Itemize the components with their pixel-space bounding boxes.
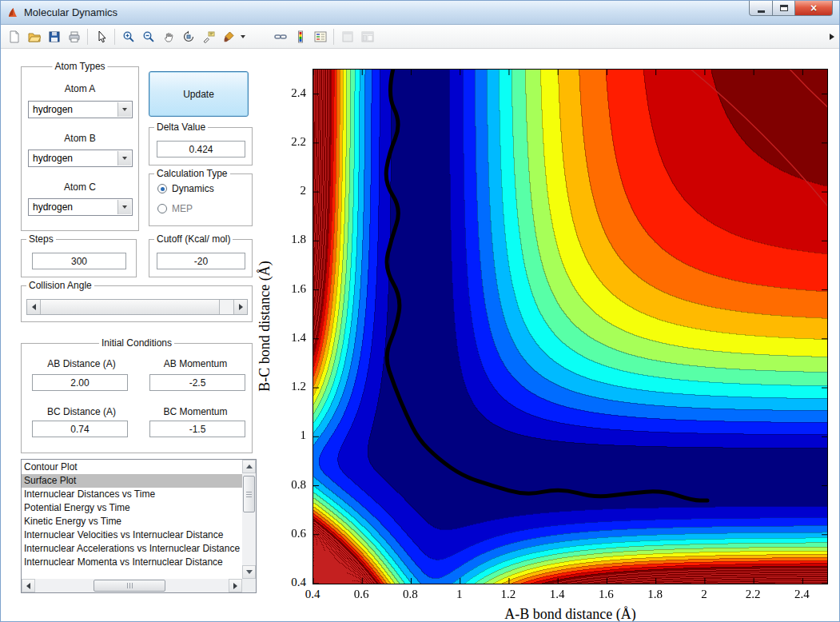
trajectory-path xyxy=(386,70,707,500)
data-cursor-icon xyxy=(202,30,215,43)
y-axis-label: B-C bond distance (Å) xyxy=(257,261,273,391)
new-figure-button[interactable] xyxy=(4,27,24,46)
zoom-out-button[interactable] xyxy=(138,27,158,46)
toolbar-overflow-icon[interactable] xyxy=(830,34,834,40)
plot-overlay xyxy=(313,70,827,584)
y-tick-label: 1.4 xyxy=(273,331,306,345)
close-button[interactable]: × xyxy=(795,1,833,16)
contour-line xyxy=(786,70,827,111)
x-tick-label: 1.8 xyxy=(638,588,673,601)
x-tick-label: 1.2 xyxy=(491,588,526,601)
x-axis-label: A-B bond distance (Å) xyxy=(313,606,828,622)
chevron-down-icon xyxy=(241,35,245,38)
chain-link-icon xyxy=(274,30,287,43)
y-tick-label: 1 xyxy=(273,429,306,442)
y-tick-label: 2.4 xyxy=(273,86,306,100)
save-floppy-icon xyxy=(48,30,61,43)
printer-icon xyxy=(68,30,81,43)
toolbar-separator xyxy=(333,29,334,45)
x-tick-label: 2 xyxy=(687,588,722,601)
figure-canvas-area: Atom Types Atom A hydrogen Atom B hydrog… xyxy=(1,49,839,622)
toolbar-separator xyxy=(114,29,115,45)
x-tick-label: 1 xyxy=(442,588,477,601)
edit-plot-button[interactable] xyxy=(91,27,111,46)
hide-plot-tools-icon xyxy=(341,30,354,43)
arrow-cursor-icon xyxy=(95,30,108,43)
zoom-out-icon xyxy=(142,30,155,43)
y-tick-label: 1.8 xyxy=(273,233,306,246)
minimize-button[interactable] xyxy=(749,1,773,16)
y-tick-label: 0.4 xyxy=(273,576,306,589)
hand-pan-icon xyxy=(162,30,175,43)
app-window: Molecular Dynamics × At xyxy=(0,0,840,622)
print-figure-button[interactable] xyxy=(64,27,84,46)
open-folder-icon xyxy=(28,30,41,43)
close-icon: × xyxy=(810,2,817,14)
y-tick-label: 1.6 xyxy=(273,282,306,296)
brush-data-button[interactable] xyxy=(218,27,238,46)
toolbar-separator xyxy=(87,29,88,45)
y-tick-label: 2.2 xyxy=(273,135,306,149)
show-plot-tools-dock-button[interactable] xyxy=(357,27,377,46)
zoom-in-icon xyxy=(122,30,135,43)
contour-line xyxy=(685,70,827,212)
save-figure-button[interactable] xyxy=(44,27,64,46)
y-tick-label: 1.2 xyxy=(273,380,306,393)
maximize-icon xyxy=(780,5,788,11)
link-plot-button[interactable] xyxy=(270,27,290,46)
hide-plot-tools-button[interactable] xyxy=(337,27,357,46)
x-tick-label: 1.4 xyxy=(539,588,575,601)
matlab-app-icon xyxy=(6,6,19,19)
x-tick-label: 0.6 xyxy=(344,588,379,601)
new-document-icon xyxy=(8,30,21,43)
maximize-button[interactable] xyxy=(773,1,795,16)
y-tick-label: 2 xyxy=(273,184,306,197)
contour-plot-axes[interactable] xyxy=(313,69,828,584)
show-plot-tools-icon xyxy=(361,30,374,43)
open-file-button[interactable] xyxy=(24,27,44,46)
insert-colorbar-button[interactable] xyxy=(290,27,310,46)
minimize-icon xyxy=(758,10,765,13)
axes-layer: A-B bond distance (Å) B-C bond distance … xyxy=(1,49,839,622)
insert-legend-button[interactable] xyxy=(310,27,330,46)
window-controls: × xyxy=(749,1,833,16)
rotate-3d-icon xyxy=(182,30,195,43)
brush-icon xyxy=(222,30,235,43)
rotate-3d-button[interactable] xyxy=(178,27,198,46)
brush-dropdown-button[interactable] xyxy=(238,27,248,46)
zoom-in-button[interactable] xyxy=(118,27,138,46)
x-tick-label: 2.2 xyxy=(735,588,770,601)
pan-button[interactable] xyxy=(158,27,178,46)
figure-toolbar xyxy=(1,25,839,49)
x-tick-label: 2.4 xyxy=(784,588,819,601)
title-bar[interactable]: Molecular Dynamics × xyxy=(1,1,839,25)
legend-icon xyxy=(314,30,327,43)
x-tick-label: 0.8 xyxy=(392,588,428,601)
y-tick-label: 0.6 xyxy=(273,527,306,540)
x-tick-label: 0.4 xyxy=(295,588,330,601)
colorbar-icon xyxy=(294,30,307,43)
y-tick-label: 0.8 xyxy=(273,478,306,492)
data-cursor-button[interactable] xyxy=(198,27,218,46)
window-title: Molecular Dynamics xyxy=(24,6,117,18)
x-tick-label: 1.6 xyxy=(588,588,623,601)
